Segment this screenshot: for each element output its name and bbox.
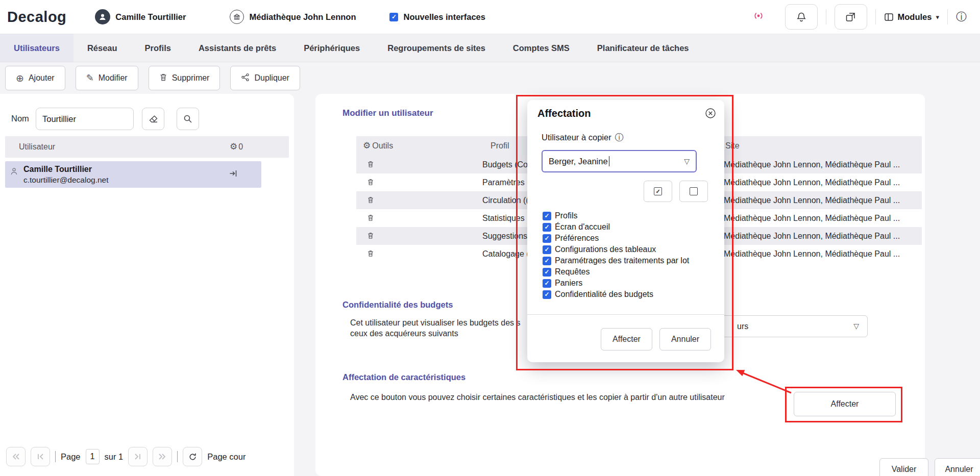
budget-section-text-line1: Cet utilisateur peut visualiser les budg… (350, 318, 521, 328)
gear-icon: ⚙ (230, 136, 237, 158)
tab-regroupements-de-sites[interactable]: Regroupements de sites (374, 34, 499, 62)
check-all-button[interactable]: ✓ (644, 181, 672, 202)
dialog-assign-button[interactable]: Affecter (601, 328, 652, 350)
user-column-header: Utilisateur (19, 136, 55, 158)
checkbox-checked-icon: ✓ (543, 279, 551, 288)
current-user-name: Camille Tourtillier (115, 12, 186, 22)
site-column-header: Site (725, 136, 740, 156)
add-button[interactable]: ⊕ Ajouter (5, 66, 65, 90)
option-profils[interactable]: ✓Profils (543, 210, 689, 221)
info-icon[interactable]: ⓘ (956, 10, 967, 24)
option-requetes[interactable]: ✓Requêtes (543, 266, 689, 278)
first-page-button[interactable] (6, 447, 26, 466)
trash-icon[interactable] (367, 249, 374, 260)
broadcast-indicator-icon (753, 11, 764, 23)
edit-button[interactable]: ✎ Modifier (76, 66, 138, 90)
module-tabbar: Utilisateurs Réseau Profils Assistants d… (0, 34, 980, 62)
notifications-button[interactable] (785, 4, 818, 30)
clear-filter-button[interactable] (142, 108, 164, 130)
search-button[interactable] (177, 108, 199, 130)
site-cell: Médiathèque John Lennon, Médiathèque Pau… (724, 173, 921, 191)
tools-header-label: Outils (372, 136, 393, 156)
duplicate-button[interactable]: Dupliquer (230, 66, 300, 90)
user-list-panel: Nom Utilisateur ⚙ 0 Camille Tourtillier … (0, 94, 294, 476)
profile-cell: Suggestions (482, 227, 527, 245)
new-interfaces-toggle[interactable]: ✓ Nouvelles interfaces (389, 12, 485, 22)
close-icon[interactable] (705, 108, 716, 121)
previous-page-button[interactable] (31, 447, 50, 466)
page-count-label: sur 1 (105, 452, 124, 462)
tab-reseau[interactable]: Réseau (74, 34, 131, 62)
last-page-button[interactable] (153, 447, 172, 466)
tab-utilisateurs[interactable]: Utilisateurs (0, 34, 74, 62)
page-label: Page (61, 452, 81, 462)
trash-icon[interactable] (367, 196, 374, 206)
duplicate-icon (241, 73, 250, 84)
validate-button[interactable]: Valider (879, 458, 928, 476)
edit-label: Modifier (99, 73, 128, 83)
checkbox-checked-icon: ✓ (543, 290, 551, 299)
tab-profils[interactable]: Profils (131, 34, 185, 62)
cancel-button[interactable]: Annuler (935, 458, 980, 476)
chevron-down-icon: ▽ (853, 322, 859, 330)
tab-assistants-de-prets[interactable]: Assistants de prêts (185, 34, 290, 62)
screen: Decalog Camille Tourtillier Médiathèque … (0, 0, 980, 476)
trash-icon[interactable] (367, 232, 374, 242)
dialog-cancel-button[interactable]: Annuler (659, 328, 711, 350)
modules-menu[interactable]: Modules ▾ (884, 12, 939, 22)
tab-planificateur-de-taches[interactable]: Planificateur de tâches (583, 34, 703, 62)
copy-user-combobox[interactable]: Berger, Jeanine ▽ (542, 150, 697, 172)
checkbox-checked-icon: ✓ (543, 234, 551, 243)
copy-user-label-text: Utilisateur à copier (542, 133, 611, 142)
profile-cell: Circulation (( (482, 191, 529, 209)
site-cell: Médiathèque John Lennon, Médiathèque Pau… (724, 227, 921, 245)
current-site-name: Médiathèque John Lennon (249, 12, 356, 22)
delete-button[interactable]: Supprimer (149, 66, 220, 90)
option-paniers[interactable]: ✓Paniers (543, 278, 689, 289)
trash-icon[interactable] (367, 178, 374, 188)
checkbox-checked-icon: ✓ (389, 13, 398, 21)
profile-cell: Budgets (Co (482, 156, 528, 173)
option-preferences[interactable]: ✓Préférences (543, 233, 689, 244)
page-number-input[interactable] (86, 449, 100, 464)
new-interfaces-label: Nouvelles interfaces (403, 12, 485, 22)
assign-button[interactable]: Affecter (794, 392, 896, 416)
option-parametrages-traitements-par-lot[interactable]: ✓Paramétrages des traitements par lot (543, 255, 689, 266)
divider (177, 451, 178, 462)
tab-comptes-sms[interactable]: Comptes SMS (499, 34, 583, 62)
trash-icon (159, 73, 167, 84)
text-cursor (609, 156, 610, 166)
pencil-icon: ✎ (86, 72, 94, 84)
divider (875, 9, 876, 24)
topbar-actions: Modules ▾ ⓘ (753, 4, 973, 30)
checkbox-empty-icon (690, 187, 698, 195)
name-filter-input[interactable] (36, 108, 134, 130)
option-confidentialite-des-budgets[interactable]: ✓Confidentialité des budgets (543, 289, 689, 300)
user-list-item-selected[interactable]: Camille Tourtillier c.tourtillier@decalo… (5, 161, 261, 188)
trash-icon[interactable] (367, 160, 374, 170)
option-configurations-des-tableaux[interactable]: ✓Configurations des tableaux (543, 244, 689, 255)
tab-peripheriques[interactable]: Périphériques (290, 34, 374, 62)
refresh-button[interactable] (183, 447, 202, 466)
checkbox-checked-icon: ✓ (654, 187, 662, 195)
site-cell: Médiathèque John Lennon, Médiathèque Pau… (724, 245, 921, 263)
login-as-icon[interactable] (229, 169, 238, 180)
tools-column-header: ⚙ Outils (363, 136, 393, 156)
assign-section-text: Avec ce bouton vous pouvez choisir certa… (350, 393, 725, 402)
external-apps-button[interactable] (835, 4, 867, 30)
copy-user-value: Berger, Jeanine (549, 151, 609, 171)
delete-label: Supprimer (172, 73, 210, 83)
topbar: Decalog Camille Tourtillier Médiathèque … (0, 0, 980, 34)
info-icon: ⓘ (615, 132, 624, 143)
next-page-button[interactable] (128, 447, 148, 466)
checkbox-checked-icon: ✓ (543, 268, 551, 277)
gear-icon: ⚙ (363, 136, 371, 156)
selection-buttons: ✓ (527, 181, 708, 202)
uncheck-all-button[interactable] (679, 181, 708, 202)
tools-counter: ⚙ 0 (230, 136, 243, 158)
dialog-actions: Affecter Annuler (601, 328, 711, 350)
trash-icon[interactable] (367, 214, 374, 224)
divider (55, 451, 56, 462)
library-icon (230, 10, 244, 24)
option-ecran-daccueil[interactable]: ✓Écran d'accueil (543, 221, 689, 233)
